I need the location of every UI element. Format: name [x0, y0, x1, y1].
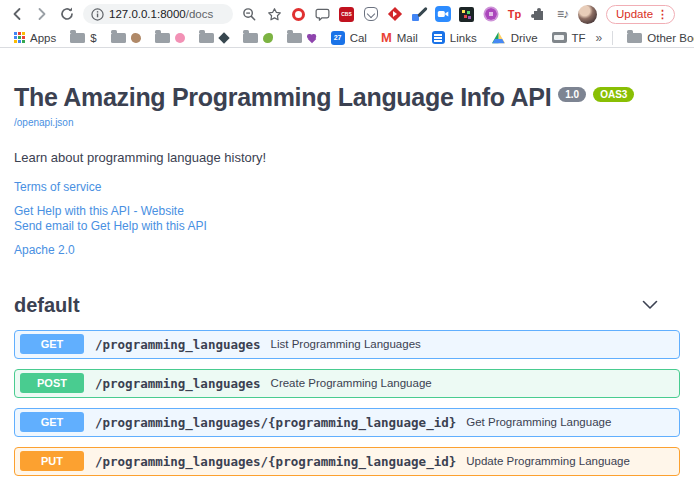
browser-toolbar: 127.0.0.1:8000/docs CBS Tp ≡♪ Update — [0, 0, 694, 28]
cbs-extension-icon[interactable]: CBS — [338, 6, 355, 23]
address-bar[interactable]: 127.0.0.1:8000/docs — [83, 4, 233, 24]
bookmark-folder-dollar[interactable]: $ — [66, 32, 100, 44]
section-header-default[interactable]: default — [14, 294, 680, 317]
bookmarks-bar: Apps $ 27Cal MMail Links Drive TF » Othe… — [0, 28, 694, 48]
color-picker-extension-icon[interactable] — [410, 6, 427, 23]
puzzle-extension-icon[interactable] — [530, 6, 547, 23]
endpoint-path: /programming_languages — [95, 376, 261, 391]
method-badge: PUT — [20, 451, 84, 471]
openapi-spec-link[interactable]: /openapi.json — [14, 117, 74, 128]
bookmark-drive[interactable]: Drive — [487, 31, 542, 45]
version-badge: 1.0 — [558, 87, 586, 102]
contact-website-link[interactable]: Get Help with this API - Website — [14, 204, 680, 219]
oas3-badge: OAS3 — [593, 87, 634, 102]
endpoint-summary: List Programming Languages — [271, 338, 421, 350]
bookmark-folder-lizard[interactable] — [239, 33, 277, 43]
api-description: Learn about programming language history… — [14, 150, 680, 165]
browser-update-button[interactable]: Update — [606, 5, 675, 24]
chevron-down-icon[interactable] — [642, 300, 658, 310]
bookmark-tf[interactable]: TF — [548, 32, 590, 44]
horse-emoji-icon — [131, 33, 141, 43]
bookmark-folder-brain[interactable] — [151, 33, 189, 43]
endpoint-row-post-create[interactable]: POST /programming_languages Create Progr… — [14, 369, 680, 398]
bookmark-star-icon[interactable] — [265, 5, 283, 23]
bookmark-mail[interactable]: MMail — [377, 31, 422, 44]
method-badge: POST — [20, 373, 84, 393]
endpoint-row-get-list[interactable]: GET /programming_languages List Programm… — [14, 330, 680, 359]
folder-icon — [155, 33, 170, 43]
chat-bubble-extension-icon[interactable] — [314, 6, 331, 23]
folder-icon — [243, 33, 258, 43]
kebab-menu-icon[interactable] — [657, 8, 668, 21]
bookmarks-divider — [612, 31, 613, 45]
tp-extension-icon[interactable]: Tp — [506, 6, 523, 23]
folder-icon — [627, 33, 642, 43]
red-circle-extension-icon[interactable] — [290, 6, 307, 23]
bookmarks-overflow-chevron[interactable]: » — [596, 31, 603, 45]
endpoint-summary: Get Programming Language — [466, 416, 611, 428]
pocket-extension-icon[interactable] — [362, 6, 379, 23]
graduation-cap-emoji-icon — [218, 32, 229, 43]
playlist-music-icon[interactable]: ≡♪ — [554, 6, 571, 23]
purple-heart-emoji-icon — [307, 33, 317, 43]
endpoint-summary: Update Programming Language — [466, 455, 630, 467]
drive-icon — [491, 31, 506, 45]
terms-of-service-link[interactable]: Terms of service — [14, 180, 680, 195]
endpoint-list: GET /programming_languages List Programm… — [14, 330, 680, 485]
contact-email-link[interactable]: Send email to Get Help with this API — [14, 219, 680, 234]
endpoint-row-get-one[interactable]: GET /programming_languages/{programming_… — [14, 408, 680, 437]
folder-icon — [199, 33, 214, 43]
back-button[interactable] — [8, 5, 26, 23]
other-bookmarks[interactable]: Other Bookmarks — [623, 32, 694, 44]
section-title: default — [14, 294, 80, 317]
api-title-row: The Amazing Programming Language Info AP… — [14, 84, 680, 112]
forward-button[interactable] — [33, 5, 51, 23]
red-diamond-extension-icon[interactable] — [386, 6, 403, 23]
purple-flower-extension-icon[interactable] — [482, 6, 499, 23]
method-badge: GET — [20, 412, 84, 432]
endpoint-path: /programming_languages — [95, 337, 261, 352]
url-text[interactable]: 127.0.0.1:8000/docs — [109, 8, 213, 20]
artboard-extension-icon[interactable] — [458, 6, 475, 23]
endpoint-row-put-update[interactable]: PUT /programming_languages/{programming_… — [14, 447, 680, 476]
bookmark-links[interactable]: Links — [428, 31, 481, 44]
video-camera-extension-icon[interactable] — [434, 6, 451, 23]
calendar-icon: 27 — [331, 31, 345, 45]
endpoint-path: /programming_languages/{programming_lang… — [95, 454, 456, 469]
links-icon — [432, 31, 445, 44]
reload-button[interactable] — [58, 5, 76, 23]
license-link[interactable]: Apache 2.0 — [14, 243, 680, 258]
bookmark-folder-horse[interactable] — [107, 33, 145, 43]
apps-grid-icon — [14, 32, 25, 43]
zoom-out-icon[interactable] — [240, 5, 258, 23]
bookmark-folder-heart[interactable] — [283, 33, 321, 43]
info-links: Terms of service Get Help with this API … — [14, 180, 680, 258]
tf-card-icon — [552, 32, 567, 43]
folder-icon — [111, 33, 126, 43]
page-title: The Amazing Programming Language Info AP… — [14, 84, 551, 112]
method-badge: GET — [20, 334, 84, 354]
gmail-icon: M — [381, 31, 392, 44]
bookmark-apps[interactable]: Apps — [10, 32, 60, 44]
bookmark-cal[interactable]: 27Cal — [327, 31, 371, 45]
endpoint-summary: Create Programming Language — [271, 377, 432, 389]
endpoint-path: /programming_languages/{programming_lang… — [95, 415, 456, 430]
bookmark-folder-graduation[interactable] — [195, 33, 233, 43]
site-info-icon[interactable] — [91, 8, 104, 21]
folder-icon — [70, 33, 85, 43]
brain-emoji-icon — [175, 33, 185, 43]
swagger-page: The Amazing Programming Language Info AP… — [0, 84, 694, 485]
lizard-emoji-icon — [263, 33, 273, 43]
folder-icon — [287, 33, 302, 43]
profile-avatar[interactable] — [578, 5, 597, 24]
